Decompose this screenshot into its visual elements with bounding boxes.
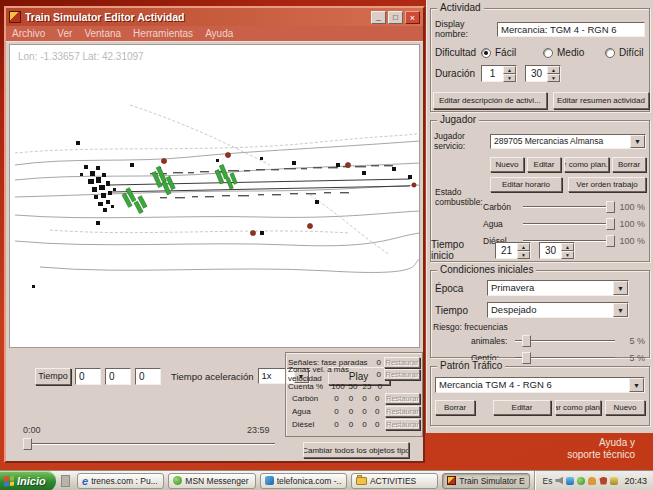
start-button-label: Inicio [17, 475, 46, 487]
folder-icon [356, 477, 367, 485]
agua-slider[interactable] [523, 217, 615, 231]
taskbar-button-activities[interactable]: ACTIVITIES [351, 473, 438, 489]
duracion-hours-value: 1 [482, 66, 503, 81]
chevron-down-icon[interactable]: ▼ [629, 378, 644, 392]
hora-inicio-spinner[interactable]: 21 ▲▼ [495, 242, 531, 259]
ver-orden-trabajo-button[interactable]: Ver orden trabajo [568, 177, 646, 192]
quicklaunch-icon[interactable] [61, 475, 70, 487]
tiempo-button[interactable]: Tiempo [35, 368, 71, 385]
updates-icon[interactable] [610, 477, 618, 485]
servicio-editar-button[interactable]: Editar [527, 157, 561, 172]
radio-dificil[interactable]: Difícil [605, 47, 643, 58]
radio-medio[interactable]: Medio [543, 47, 605, 58]
time-field-s[interactable]: 0 [135, 368, 161, 385]
servicio-plantilla-button[interactable]: Usar como plan. Tr... [564, 157, 609, 172]
tiempo-clima-combo[interactable]: Despejado ▼ [487, 302, 629, 318]
timeline-slider-thumb[interactable] [23, 438, 32, 450]
animales-slider[interactable] [515, 334, 615, 348]
spin-up-icon[interactable]: ▲ [517, 243, 530, 251]
gentio-slider-thumb[interactable] [522, 352, 531, 364]
fuel-reset-button[interactable]: Restaurar [385, 393, 420, 404]
edit-description-button[interactable]: Editar descripción de activi... [433, 92, 547, 109]
stat-signals-value: 0 [371, 358, 381, 367]
edit-summary-button[interactable]: Editar resumen actividad [553, 92, 649, 109]
diesel-slider-thumb[interactable] [606, 235, 615, 247]
servicio-borrar-button[interactable]: Borrar [612, 157, 646, 172]
taskbar-button-msn[interactable]: MSN Messenger [168, 473, 255, 489]
radio-facil-label: Fácil [495, 47, 516, 58]
patron-editar-button[interactable]: Editar [493, 400, 551, 415]
jugador-servicio-combo[interactable]: 289705 Mercancias Almansa ▼ [490, 134, 646, 149]
radio-facil-icon[interactable] [481, 48, 491, 58]
animales-slider-thumb[interactable] [522, 335, 531, 347]
carbon-slider-thumb[interactable] [606, 201, 615, 213]
gentio-slider[interactable] [515, 351, 615, 365]
patron-combo[interactable]: Mercancia TGM 4 - RGN 6 ▼ [435, 377, 645, 393]
display-name-label: Display nombre: [435, 19, 497, 39]
stat-signals-reset-button[interactable]: Restaurar [384, 357, 420, 368]
spin-down-icon[interactable]: ▼ [561, 251, 574, 259]
right-panel: Actividad Display nombre: Mercancia: TGM… [426, 0, 653, 433]
chevron-down-icon[interactable]: ▼ [613, 303, 628, 317]
spin-up-icon[interactable]: ▲ [547, 66, 560, 74]
tiempo-clima-value: Despejado [488, 303, 613, 317]
editar-horario-button[interactable]: Editar horario [490, 177, 562, 192]
user-icon[interactable] [588, 477, 596, 485]
taskbar-button-trainsim[interactable]: Train Simulator Ed... [442, 473, 529, 489]
fuel-slider-carbon: Carbón 100 % [483, 200, 645, 214]
fuel-cell: 0 [371, 420, 383, 429]
duracion-minutes-spinner[interactable]: 30 ▲▼ [525, 65, 561, 82]
menu-ver[interactable]: Ver [57, 28, 72, 39]
language-indicator[interactable]: Es [543, 476, 553, 486]
spin-down-icon[interactable]: ▼ [547, 74, 560, 82]
carbon-slider[interactable] [523, 200, 615, 214]
stat-speedzones-value: 0 [371, 370, 381, 379]
radio-medio-icon[interactable] [543, 48, 553, 58]
patron-borrar-button[interactable]: Borrar [435, 400, 475, 415]
start-button[interactable]: Inicio [0, 471, 56, 490]
chevron-down-icon[interactable]: ▼ [630, 135, 645, 148]
messenger-tray-icon[interactable] [577, 477, 585, 485]
minuto-inicio-spinner[interactable]: 30 ▲▼ [539, 242, 575, 259]
timeline-slider[interactable] [23, 437, 275, 451]
close-button[interactable]: × [405, 11, 420, 24]
patron-trafico-group: Patrón Tráfico Mercancia TGM 4 - RGN 6 ▼… [430, 366, 650, 426]
minimize-button[interactable]: _ [371, 11, 386, 24]
fuel-reset-button[interactable]: Restaurar [385, 406, 420, 417]
spin-up-icon[interactable]: ▲ [503, 66, 516, 74]
route-map-canvas[interactable]: Lon: -1.33657 Lat: 42.31097 [9, 44, 420, 348]
taskbar-clock[interactable]: 20:43 [624, 476, 647, 486]
spin-down-icon[interactable]: ▼ [517, 251, 530, 259]
spin-up-icon[interactable]: ▲ [561, 243, 574, 251]
menu-ayuda[interactable]: Ayuda [205, 28, 233, 39]
security-icon[interactable] [599, 477, 607, 485]
radio-dificil-icon[interactable] [605, 48, 615, 58]
agua-slider-thumb[interactable] [606, 218, 615, 230]
duracion-hours-spinner[interactable]: 1 ▲▼ [481, 65, 517, 82]
duracion-minutes-value: 30 [526, 66, 547, 81]
epoca-combo[interactable]: Primavera ▼ [487, 280, 629, 296]
time-field-m[interactable]: 0 [105, 368, 131, 385]
maximize-button[interactable]: □ [388, 11, 403, 24]
display-name-input[interactable]: Mercancia: TGM 4 - RGN 6 [497, 22, 645, 37]
agua-slider-value: 100 % [619, 219, 645, 229]
route-map-svg [10, 45, 421, 349]
menu-herramientas[interactable]: Herramientas [133, 28, 193, 39]
patron-plantilla-button[interactable]: Usar como plantilla [555, 400, 601, 415]
radio-medio-label: Medio [557, 47, 584, 58]
patron-nuevo-button[interactable]: Nuevo [605, 400, 645, 415]
time-field-h[interactable]: 0 [75, 368, 101, 385]
chevron-down-icon[interactable]: ▼ [613, 281, 628, 295]
radio-facil[interactable]: Fácil [481, 47, 543, 58]
network-icon[interactable] [566, 477, 574, 485]
volume-icon[interactable] [555, 477, 563, 485]
spin-down-icon[interactable]: ▼ [503, 74, 516, 82]
taskbar-button-trenes[interactable]: e trenes.com : Pu... [77, 473, 164, 489]
stat-speedzones-reset-button[interactable]: Restaurar [384, 369, 420, 380]
servicio-nuevo-button[interactable]: Nuevo [490, 157, 524, 172]
change-objects-button[interactable]: Cambiar todos los objetos tipo [303, 442, 409, 458]
menu-archivo[interactable]: Archivo [12, 28, 45, 39]
fuel-reset-button[interactable]: Restaurar [385, 419, 420, 430]
menu-ventana[interactable]: Ventana [84, 28, 121, 39]
taskbar-button-telefonica[interactable]: telefonica.com -... [260, 473, 347, 489]
